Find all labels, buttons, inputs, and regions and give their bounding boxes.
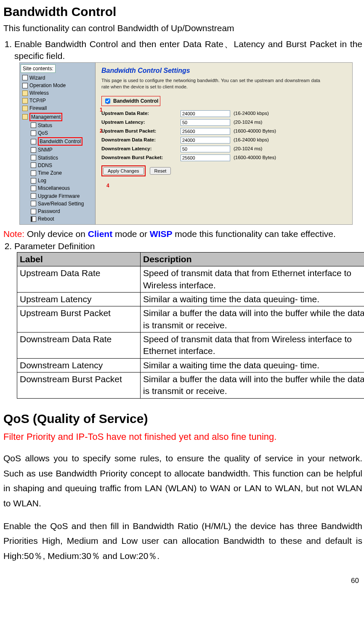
table-row: Downstream LatencySimilar a waiting time…	[17, 358, 364, 372]
tree-item[interactable]: Management	[21, 112, 94, 122]
note-wisp: WISP	[150, 229, 173, 239]
page-icon	[31, 162, 36, 168]
td-label: Upstream Latency	[17, 293, 141, 306]
note-t2: mode or	[112, 229, 150, 239]
enable-checkbox[interactable]	[105, 98, 110, 104]
note-line: Note: Only device on Client mode or WISP…	[3, 228, 362, 240]
table-row: Upstream Data RateSpeed of transmit data…	[17, 266, 364, 293]
tree-item[interactable]: Statistics	[21, 154, 94, 162]
tree-item[interactable]: Save/Reload Setting	[21, 200, 94, 208]
tree-item[interactable]: DDNS	[21, 162, 94, 169]
form-row: Downstream Burst Packet:(1600-40000 Byte…	[101, 154, 348, 161]
panel-subtitle: This page is used to configure the netwo…	[101, 77, 320, 90]
page-icon	[31, 122, 36, 128]
step1: Enable Bandwidth Control and then enter …	[14, 38, 362, 225]
tree-item-label: Time Zone	[38, 170, 62, 176]
folder-icon	[22, 90, 28, 96]
field-input[interactable]	[181, 110, 230, 117]
apply-button[interactable]: Apply Changes	[103, 167, 144, 175]
tree-item[interactable]: Log	[21, 177, 94, 184]
folder-icon	[22, 98, 28, 104]
field-input[interactable]	[181, 119, 230, 126]
field-hint: (16-24000 kbps)	[234, 137, 269, 144]
field-label: Upstream Data Rate:	[101, 110, 177, 117]
reset-button[interactable]: Reset	[150, 167, 171, 175]
th-desc: Description	[141, 252, 364, 266]
tree-item-label: Bandwidth Control	[38, 137, 82, 146]
step2: Parameter Definition Label Description U…	[14, 240, 362, 399]
form-row: Upstream Data Rate:(16-24000 kbps)	[101, 110, 348, 117]
field-label: Downstream Latency:	[101, 146, 177, 152]
note-client: Client	[88, 229, 112, 239]
tree-item[interactable]: TCP/IP	[21, 97, 94, 104]
step2-text: Parameter Definition	[14, 241, 95, 251]
page-icon	[22, 75, 28, 80]
settings-panel: Bandwidth Control Settings This page is …	[96, 63, 352, 225]
folder-icon	[22, 106, 28, 111]
tree-item[interactable]: Bandwidth Control	[21, 137, 94, 146]
form-row: Downstream Latency:(20-1024 ms)	[101, 146, 348, 152]
tree-item[interactable]: QoS	[21, 129, 94, 137]
tree-item[interactable]: Firewall	[21, 104, 94, 112]
page-icon	[31, 201, 36, 206]
tree-item[interactable]: Password	[21, 208, 94, 215]
tree-item[interactable]: Operation Mode	[21, 82, 94, 89]
tree-item-label: Firewall	[29, 105, 47, 112]
tree-item[interactable]: Upgrade Firmware	[21, 192, 94, 200]
step1-text: Enable Bandwidth Control and then enter …	[14, 39, 362, 61]
tree-item-label: Miscellaneous	[38, 185, 70, 192]
field-input[interactable]	[181, 137, 230, 144]
enable-label: Bandwidth Control	[113, 98, 158, 104]
field-hint: (20-1024 ms)	[234, 146, 262, 152]
tree-item[interactable]: Wizard	[21, 74, 94, 82]
page-icon	[31, 170, 36, 176]
tree-title: Site contents:	[21, 64, 56, 73]
page-icon	[31, 147, 36, 153]
page-icon	[31, 139, 36, 144]
page-icon	[22, 83, 28, 88]
tree-item-label: Management	[29, 113, 62, 121]
field-hint: (20-1024 ms)	[234, 119, 262, 126]
form-row: Upstream Latency:(20-1024 ms)	[101, 119, 348, 126]
panel-title: Bandwidth Control Settings	[101, 66, 348, 75]
nav-tree: Site contents: WizardOperation ModeWirel…	[20, 63, 96, 225]
out-icon	[31, 216, 36, 222]
tree-item[interactable]: Status	[21, 122, 94, 129]
page-number: 60	[3, 576, 362, 586]
field-label: Upstream Burst Packet:	[101, 128, 177, 135]
field-input[interactable]	[181, 128, 230, 135]
tree-item-label: Status	[38, 122, 52, 129]
tree-item[interactable]: SNMP	[21, 146, 94, 154]
qos-warning: Filter Priority and IP-ToS have not fini…	[3, 431, 362, 443]
field-label: Upstream Latency:	[101, 119, 177, 126]
field-label: Downstream Burst Packet:	[101, 154, 177, 161]
qos-para1: QoS allows you to specify some rules, to…	[3, 451, 362, 511]
page-icon	[31, 186, 36, 191]
td-desc: Similar a waiting time the data queuing-…	[141, 293, 364, 306]
td-desc: Similar a waiting time the data queuing-…	[141, 358, 364, 372]
td-desc: Speed of transmit data that from Etherne…	[141, 266, 364, 293]
page-icon	[31, 130, 36, 136]
param-table: Label Description Upstream Data RateSpee…	[17, 252, 364, 399]
tree-item-label: Save/Reload Setting	[38, 200, 84, 207]
form-row: Upstream Burst Packet:(1600-40000 Bytes)	[101, 128, 348, 135]
td-label: Upstream Data Rate	[17, 266, 141, 293]
field-input[interactable]	[181, 154, 230, 161]
qos-para2: Enable the QoS and then fill in Bandwidt…	[3, 519, 362, 564]
note-t1: Only device on	[24, 229, 88, 239]
tree-item[interactable]: Miscellaneous	[21, 184, 94, 192]
table-row: Upstream Burst PacketSimilar a buffer th…	[17, 306, 364, 333]
td-label: Downstream Burst Packet	[17, 373, 141, 399]
td-desc: Speed of transmit data that from Wireles…	[141, 333, 364, 359]
td-desc: Similar a buffer the data will into the …	[141, 373, 364, 399]
tree-item-label: Password	[38, 208, 60, 215]
tree-item[interactable]: Reboot	[21, 215, 94, 223]
th-label: Label	[17, 252, 141, 266]
table-row: Downstream Burst PacketSimilar a buffer …	[17, 373, 364, 399]
tree-item[interactable]: Wireless	[21, 89, 94, 97]
td-label: Downstream Data Rate	[17, 333, 141, 359]
folder-icon	[22, 114, 28, 120]
field-hint: (1600-40000 Bytes)	[234, 128, 276, 135]
field-input[interactable]	[181, 146, 230, 152]
tree-item[interactable]: Time Zone	[21, 169, 94, 177]
